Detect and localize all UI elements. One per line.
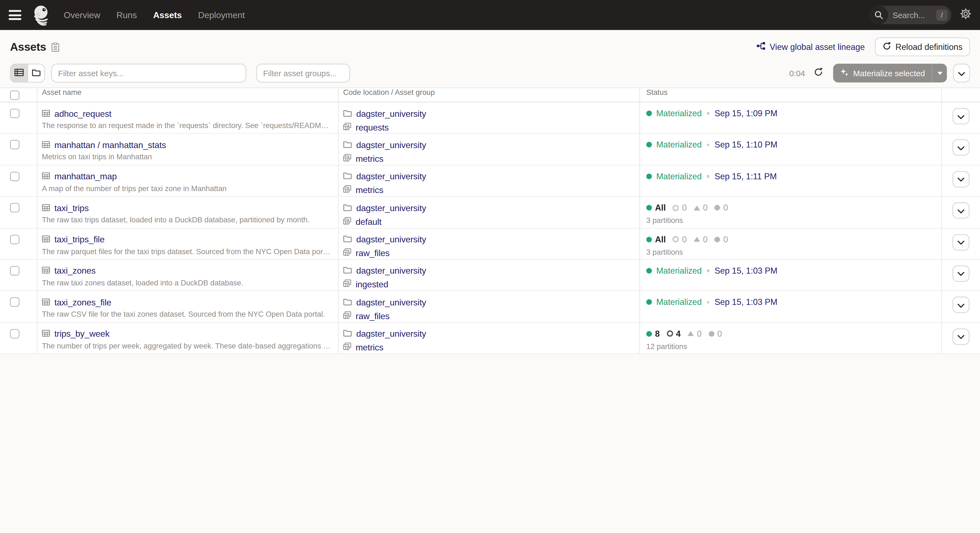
materialization-timestamp-link[interactable]: Sep 15, 1:10 PM (715, 140, 778, 149)
asset-table-icon (42, 139, 50, 151)
partition-count-note: 3 partitions (646, 216, 935, 225)
row-expand-button[interactable] (953, 265, 970, 282)
row-checkbox[interactable] (10, 297, 19, 307)
materialization-timestamp-link[interactable]: Sep 15, 1:11 PM (715, 171, 777, 181)
partition-count-value: 0 (723, 235, 728, 244)
nav-tab-assets[interactable]: Assets (153, 10, 182, 20)
partition-count-value: 0 (717, 329, 722, 338)
row-checkbox[interactable] (10, 329, 19, 338)
asset-name-link[interactable]: taxi_trips (54, 203, 89, 213)
separator-dot-icon (707, 175, 710, 178)
column-header-asset-name: Asset name (37, 88, 338, 102)
folder-view-button[interactable] (27, 64, 45, 82)
filter-asset-groups-input[interactable] (256, 63, 350, 82)
code-location-link[interactable]: dagster_university (356, 171, 426, 181)
materialize-dropdown-caret[interactable] (932, 71, 947, 75)
partition-count-value: 0 (682, 203, 687, 213)
asset-name-link[interactable]: taxi_zones (54, 266, 95, 276)
app-viewport: Overview Runs Assets Deployment Search..… (0, 0, 980, 533)
clipboard-icon (51, 42, 59, 52)
solid-circle-icon (708, 331, 714, 337)
materialized-status-label: Materialized (656, 171, 702, 181)
code-location-link[interactable]: dagster_university (356, 329, 426, 339)
code-location-link[interactable]: dagster_university (356, 297, 426, 307)
settings-button[interactable] (960, 8, 971, 22)
nav-tab-deployment[interactable]: Deployment (198, 10, 245, 20)
code-location-link[interactable]: dagster_university (356, 203, 426, 213)
top-nav: Overview Runs Assets Deployment Search..… (0, 0, 980, 30)
asset-name-link[interactable]: taxi_zones_file (54, 297, 111, 307)
asset-description: The number of trips per week, aggregated… (42, 342, 332, 351)
row-checkbox[interactable] (10, 109, 19, 118)
materialization-timestamp-link[interactable]: Sep 15, 1:03 PM (715, 266, 778, 275)
search-icon (869, 6, 888, 24)
dagster-logo-icon[interactable] (31, 5, 52, 25)
row-expand-button[interactable] (953, 140, 970, 156)
solid-circle-icon (715, 236, 721, 242)
asset-name-link[interactable]: manhattan / manhattan_stats (54, 140, 166, 150)
asset-group-icon (343, 121, 352, 133)
table-view-button[interactable] (11, 64, 28, 82)
materialization-timestamp-link[interactable]: Sep 15, 1:09 PM (715, 109, 778, 118)
hamburger-menu-icon[interactable] (9, 10, 21, 20)
search-shortcut-badge: / (936, 10, 948, 21)
asset-group-link[interactable]: metrics (356, 154, 383, 163)
asset-group-link[interactable]: default (356, 217, 381, 227)
materialize-selected-button[interactable]: Materialize selected (833, 63, 947, 82)
asset-group-link[interactable]: raw_files (356, 311, 390, 321)
asset-name-link[interactable]: taxi_trips_file (54, 234, 105, 244)
row-expand-button[interactable] (953, 108, 970, 124)
row-expand-button[interactable] (953, 234, 970, 250)
row-checkbox[interactable] (10, 203, 19, 213)
nav-tab-runs[interactable]: Runs (116, 10, 137, 20)
row-checkbox[interactable] (10, 171, 19, 181)
asset-group-link[interactable]: metrics (356, 185, 383, 195)
asset-name-link[interactable]: trips_by_week (54, 329, 110, 339)
reload-definitions-button[interactable]: Reload definitions (875, 38, 970, 56)
folder-icon (343, 328, 352, 339)
green-dot-icon (646, 205, 652, 211)
materialized-status-label: Materialized (656, 109, 702, 118)
folder-icon (343, 297, 352, 308)
code-location-link[interactable]: dagster_university (356, 140, 426, 150)
materialization-timestamp-link[interactable]: Sep 15, 1:03 PM (715, 297, 778, 307)
partition-count-value: 4 (676, 329, 681, 338)
asset-table-icon (42, 328, 50, 339)
code-location-link[interactable]: dagster_university (356, 266, 426, 276)
row-checkbox[interactable] (10, 266, 19, 275)
search-input[interactable]: Search... / (869, 6, 951, 24)
row-checkbox[interactable] (10, 140, 19, 149)
asset-name-link[interactable]: adhoc_request (54, 108, 111, 118)
table-view-icon (14, 68, 24, 78)
row-expand-button[interactable] (953, 328, 970, 345)
asset-table-icon (42, 297, 50, 308)
asset-table-icon (42, 171, 50, 182)
asset-name-link[interactable]: manhattan_map (54, 171, 117, 181)
partition-count-value: 0 (703, 203, 708, 213)
toolbar-expand-button[interactable] (953, 63, 970, 82)
code-location-link[interactable]: dagster_university (356, 234, 426, 244)
row-expand-button[interactable] (953, 202, 970, 219)
refresh-button[interactable] (814, 67, 823, 79)
row-checkbox[interactable] (10, 235, 19, 244)
code-location-link[interactable]: dagster_university (356, 108, 426, 118)
folder-icon (343, 171, 352, 182)
chevron-down-icon (958, 174, 964, 184)
asset-description: The raw CSV file for the taxi zones data… (42, 310, 332, 319)
asset-group-link[interactable]: metrics (356, 343, 383, 352)
filter-asset-keys-input[interactable] (51, 63, 247, 82)
green-dot-icon (646, 300, 652, 305)
asset-group-link[interactable]: requests (356, 122, 389, 132)
asset-group-link[interactable]: raw_files (356, 248, 390, 258)
separator-dot-icon (707, 143, 710, 146)
nav-tab-overview[interactable]: Overview (64, 10, 100, 20)
view-global-asset-lineage-link[interactable]: View global asset lineage (756, 41, 865, 52)
view-mode-toggle (10, 63, 45, 82)
assets-table: Asset name Code location / Asset group S… (0, 87, 980, 354)
select-all-checkbox[interactable] (10, 90, 19, 100)
row-expand-button[interactable] (953, 297, 970, 313)
row-expand-button[interactable] (953, 171, 970, 187)
green-dot-icon (646, 142, 652, 148)
triangle-icon (687, 331, 694, 336)
asset-group-link[interactable]: ingested (356, 279, 388, 289)
